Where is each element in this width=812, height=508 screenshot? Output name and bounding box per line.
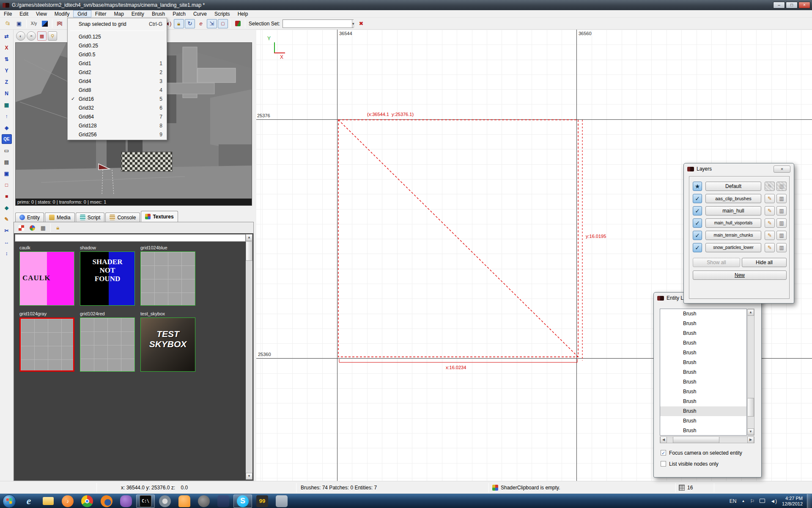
network-icon[interactable]: [760, 498, 765, 504]
menu-entity[interactable]: Entity: [128, 10, 148, 17]
move-h-icon[interactable]: ↔: [2, 237, 12, 247]
picker-icon[interactable]: ◆: [2, 203, 12, 213]
layer-visibility-toggle[interactable]: ✓: [693, 206, 702, 215]
menu-item-grid0125[interactable]: Grid0.125: [68, 32, 167, 41]
layer-rename-icon[interactable]: ✎: [765, 243, 775, 252]
raise-icon[interactable]: ↑: [2, 111, 12, 121]
combo-dropdown-icon[interactable]: ▾: [352, 20, 354, 28]
layers-titlebar[interactable]: Layers ×: [684, 163, 794, 174]
layers-close-icon[interactable]: ×: [774, 166, 790, 173]
normals-icon[interactable]: N: [2, 88, 12, 98]
delete-selection-set-icon[interactable]: ✖: [356, 19, 366, 28]
menu-item-grid025[interactable]: Grid0.25: [68, 41, 167, 50]
clip-region-icon[interactable]: ▩: [37, 31, 47, 41]
image-icon[interactable]: ▦: [2, 100, 12, 110]
focus-camera-checkbox[interactable]: ✓: [661, 450, 666, 456]
menu-view[interactable]: View: [32, 10, 51, 17]
duplicate-icon[interactable]: ▣: [2, 168, 12, 178]
layer-delete-icon[interactable]: ▥: [776, 231, 787, 240]
texture-thumb-grid1024blue[interactable]: grid1024blue: [140, 245, 195, 306]
flip-x-icon[interactable]: ⇄: [2, 31, 12, 41]
list-item[interactable]: Brush: [660, 416, 746, 426]
taskbar-item-badge-99[interactable]: 99: [253, 494, 272, 508]
entity-vscroll-thumb[interactable]: [747, 398, 754, 417]
menu-item-grid256[interactable]: Grid2569: [68, 130, 167, 139]
entity-flip-icon[interactable]: e: [196, 19, 206, 28]
layer-visibility-toggle[interactable]: ✓: [693, 194, 702, 203]
pencil-icon[interactable]: ✎: [2, 214, 12, 224]
layer-name-button[interactable]: Default: [705, 182, 761, 191]
layer-visibility-toggle[interactable]: ✓: [693, 243, 702, 252]
tab-media[interactable]: Media: [45, 213, 75, 222]
layer-name-button[interactable]: main_hull_visportals: [705, 218, 761, 228]
menu-item-grid2[interactable]: Grid22: [68, 68, 167, 77]
new-layer-button[interactable]: New: [693, 271, 787, 280]
window-icon[interactable]: ▭: [2, 146, 12, 155]
taskbar-item-ie[interactable]: e: [19, 494, 38, 508]
mosaic-search-icon[interactable]: [27, 223, 37, 232]
taskbar-item-orange-app[interactable]: [175, 494, 194, 508]
layer-visibility-toggle[interactable]: ✓: [693, 218, 702, 228]
menu-edit[interactable]: Edit: [16, 10, 32, 17]
flip-icon[interactable]: |R|: [55, 19, 65, 28]
rotate-tool-icon[interactable]: ↻: [185, 19, 195, 28]
list-item[interactable]: Brush: [660, 387, 746, 397]
list-item[interactable]: Brush: [660, 397, 746, 406]
scroll-left-icon[interactable]: ◀: [660, 436, 667, 443]
texture-thumb-grid1024gray[interactable]: grid1024gray: [19, 311, 74, 372]
menu-item-grid32[interactable]: Grid326: [68, 103, 167, 112]
menu-curve[interactable]: Curve: [189, 10, 211, 17]
entity-list[interactable]: Brush Brush Brush Brush Brush Brush Brus…: [660, 309, 747, 436]
key-icon[interactable]: ⚲: [48, 31, 57, 41]
taskbar-item-gray-app[interactable]: [272, 494, 291, 508]
list-visible-checkbox[interactable]: [661, 461, 666, 467]
resize-mode-icon[interactable]: ⇲: [207, 19, 217, 28]
layer-visibility-toggle[interactable]: ✓: [693, 231, 702, 240]
layer-name-button[interactable]: main_terrain_chunks: [705, 231, 761, 240]
cut-icon[interactable]: ✂: [2, 226, 12, 235]
taskbar-item-gear-app[interactable]: [156, 494, 174, 508]
clock[interactable]: 4:27 PM 12/8/2012: [782, 496, 803, 507]
selection-set-input[interactable]: [283, 20, 352, 28]
layer-delete-icon[interactable]: ▥: [776, 218, 787, 228]
sphere-a-icon[interactable]: ◐: [16, 31, 25, 41]
menu-item-grid05[interactable]: Grid0.5: [68, 50, 167, 59]
texture-thumb-test-skybox[interactable]: test_skybox TEST SKYBOX: [140, 311, 195, 372]
texture-thumb-grid1024red[interactable]: grid1024red: [80, 311, 135, 372]
action-center-flag-icon[interactable]: ⚐: [750, 498, 754, 504]
tab-script[interactable]: Script: [76, 213, 105, 222]
taskbar-item-terminal[interactable]: C:\: [136, 494, 155, 508]
menu-item-grid128[interactable]: Grid1288: [68, 121, 167, 130]
scroll-down-icon[interactable]: ▼: [747, 428, 754, 435]
start-button[interactable]: [3, 494, 16, 508]
taskbar-item-purple-app[interactable]: [117, 494, 135, 508]
show-desktop-button[interactable]: [807, 494, 812, 508]
texture-filter-input[interactable]: [15, 234, 246, 242]
volume-icon[interactable]: ◄): [770, 498, 777, 504]
menu-item-grid64[interactable]: Grid647: [68, 112, 167, 121]
axis-z-icon[interactable]: Z: [2, 77, 12, 87]
tab-textures[interactable]: Textures: [141, 211, 178, 222]
menu-brush[interactable]: Brush: [148, 10, 169, 17]
maximize-button[interactable]: □: [786, 2, 798, 8]
menu-item-snap-to-grid[interactable]: Snap selected to grid Ctrl-G: [68, 19, 167, 29]
taskbar-item-firefox[interactable]: [97, 494, 116, 508]
layer-delete-icon[interactable]: ▥: [776, 243, 787, 252]
mosaic-red-icon[interactable]: [16, 223, 26, 232]
menu-modify[interactable]: Modify: [51, 10, 73, 17]
texture-thumb-shadow[interactable]: shadow SHADER NOT FOUND: [80, 245, 135, 306]
list-item[interactable]: Brush: [660, 309, 746, 319]
menu-help[interactable]: Help: [234, 10, 252, 17]
menu-item-grid4[interactable]: Grid43: [68, 77, 167, 86]
entity-hscrollbar[interactable]: ◀ ▶: [660, 436, 754, 443]
lock-selection-icon[interactable]: 🔒︎: [174, 19, 184, 28]
layer-rename-icon[interactable]: ✎: [765, 231, 775, 240]
move-v-icon[interactable]: ↕: [2, 248, 12, 258]
sphere-b-icon[interactable]: ◓: [27, 31, 36, 41]
layer-rename-icon[interactable]: ✎: [765, 194, 775, 203]
brush-paint-icon[interactable]: [233, 19, 243, 28]
taskbar-item-chrome[interactable]: [78, 494, 96, 508]
open-file-icon[interactable]: 📂︎: [3, 19, 13, 28]
entity-hscroll-thumb[interactable]: [673, 436, 719, 443]
stop-icon[interactable]: ■: [2, 191, 12, 201]
